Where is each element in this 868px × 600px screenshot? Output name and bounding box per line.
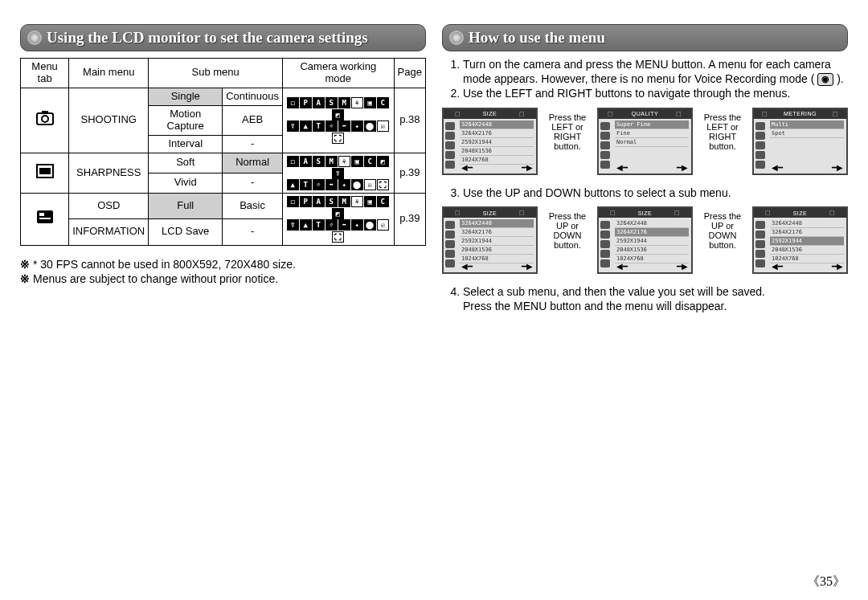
- th-main-menu: Main menu: [69, 59, 149, 88]
- svg-rect-5: [37, 210, 53, 223]
- sharpness-normal: Normal: [223, 153, 283, 173]
- sharpness-vivid: Vivid: [149, 173, 223, 193]
- sharpness-tab-icon: [21, 153, 69, 193]
- shooting-tab-icon: [21, 88, 69, 153]
- sharpness-modes: ◻ASM⚘▣C◩☤ ▲T☼⬌✦⬤☒⛶: [283, 153, 395, 193]
- screen-2b: ⬚SIZE⬚3264X24483264X21762592X19442048X15…: [597, 206, 693, 274]
- svg-rect-4: [39, 168, 51, 174]
- between-1b: Press the LEFT or RIGHT button.: [701, 108, 744, 151]
- osd-lcdsave: LCD Save: [149, 219, 223, 246]
- svg-rect-1: [42, 111, 48, 114]
- screen-2c: ⬚SIZE⬚3264X24483264X21762592X19442048X15…: [752, 206, 848, 274]
- between-2b: Press the UP or DOWN button.: [701, 206, 744, 250]
- voice-record-icon: ◉: [817, 73, 833, 86]
- shooting-interval: Interval: [149, 135, 223, 153]
- th-page: Page: [394, 59, 425, 88]
- screen-1a: ⬚SIZE⬚3264X24483264X21762592X19442048X15…: [442, 108, 538, 175]
- settings-table: Menu tab Main menu Sub menu Camera worki…: [20, 58, 426, 246]
- osd-page: p.39: [394, 193, 425, 245]
- osd-basic: Basic: [223, 193, 283, 219]
- between-1a: Press the LEFT or RIGHT button.: [546, 108, 589, 151]
- note-bullet-2: ※: [20, 272, 30, 285]
- svg-rect-6: [39, 213, 44, 216]
- shooting-modes: ◻PASM⚘▣C◩ ☤▲T☼⬌✦⬤☒⛶: [283, 88, 395, 153]
- screen-1c: ⬚METERING⬚MultiSpot◀━━▶: [752, 108, 848, 175]
- note-1: * 30 FPS cannot be used in 800X592, 720X…: [33, 258, 296, 271]
- between-2a: Press the UP or DOWN button.: [546, 206, 589, 250]
- th-camera-mode: Camera working mode: [283, 59, 395, 88]
- th-sub-menu: Sub menu: [149, 59, 283, 88]
- shooting-interval2: -: [223, 135, 283, 153]
- shooting-page: p.38: [394, 88, 425, 153]
- shooting-single: Single: [149, 88, 223, 105]
- screen-1b: ⬚QUALITY⬚Super FineFineNormal◀━━▶: [597, 108, 693, 175]
- th-menu-tab: Menu tab: [21, 59, 69, 88]
- osd-main-2: INFORMATION: [69, 219, 149, 246]
- step-3: Use the UP and DOWN buttons to select a …: [463, 186, 848, 201]
- sharpness-page: p.39: [394, 153, 425, 193]
- osd-modes: ◻PASM⚘▣C◩ ☤▲T☼⬌✦⬤☒⛶: [283, 193, 395, 245]
- screens-row-2: ⬚SIZE⬚3264X24483264X21762592X19442048X15…: [442, 206, 848, 274]
- svg-rect-7: [39, 218, 51, 219]
- step-4: Select a sub menu, and then the value yo…: [463, 285, 848, 313]
- page-number: 《35》: [807, 573, 845, 590]
- note-bullet-1: ※: [20, 258, 30, 271]
- note-2: Menus are subject to change without prio…: [33, 272, 278, 285]
- shooting-main: SHOOTING: [69, 88, 149, 153]
- right-section-title: How to use the menu: [442, 24, 848, 51]
- shooting-motion: Motion Capture: [149, 105, 223, 135]
- osd-lcdsave2: -: [223, 219, 283, 246]
- left-section-title: Using the LCD monitor to set the camera …: [20, 24, 426, 51]
- osd-tab-icon: [21, 193, 69, 245]
- step-1: Turn on the camera and press the MENU bu…: [463, 58, 848, 86]
- sharpness-main: SHARPNESS: [69, 153, 149, 193]
- notes-block: ※* 30 FPS cannot be used in 800X592, 720…: [20, 258, 426, 285]
- step-2: Use the LEFT and RIGHT buttons to naviga…: [463, 87, 848, 101]
- osd-main-1: OSD: [69, 193, 149, 219]
- screen-2a: ⬚SIZE⬚3264X24483264X21762592X19442048X15…: [442, 206, 538, 274]
- shooting-continuous: Continuous: [223, 88, 283, 105]
- screens-row-1: ⬚SIZE⬚3264X24483264X21762592X19442048X15…: [442, 108, 848, 175]
- sharpness-soft: Soft: [149, 153, 223, 173]
- shooting-aeb: AEB: [223, 105, 283, 135]
- svg-point-2: [42, 116, 48, 122]
- sharpness-vivid2: -: [223, 173, 283, 193]
- osd-full: Full: [149, 193, 223, 219]
